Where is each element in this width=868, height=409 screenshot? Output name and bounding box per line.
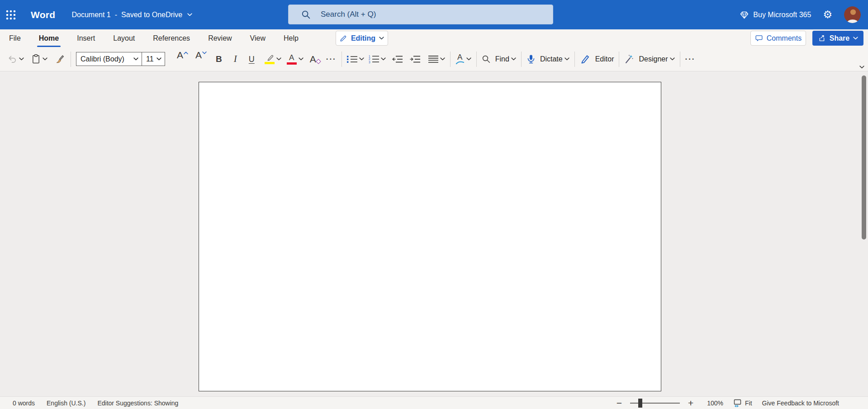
vertical-scrollbar-thumb[interactable] — [862, 75, 866, 240]
clear-formatting-button[interactable]: A — [310, 50, 316, 68]
alignment-button[interactable] — [428, 50, 445, 68]
dictate-label: Dictate — [540, 55, 563, 63]
editor-button[interactable]: Editor — [580, 50, 614, 68]
shrink-font-button[interactable]: A — [195, 50, 207, 68]
zoom-out-button[interactable]: − — [617, 398, 622, 408]
header-actions: Buy Microsoft 365 ⚙ — [740, 0, 868, 29]
highlight-color-swatch — [265, 62, 275, 64]
font-size-combobox[interactable]: 11 — [142, 52, 165, 66]
svg-text:3: 3 — [369, 61, 370, 64]
chevron-down-icon — [466, 57, 471, 61]
zoom-level[interactable]: 100% — [707, 400, 723, 407]
save-status[interactable]: Saved to OneDrive — [121, 11, 182, 19]
document-page[interactable] — [199, 82, 661, 391]
bold-letter: B — [216, 55, 222, 63]
document-title[interactable]: Document 1 — [71, 11, 110, 19]
find-button[interactable]: Find — [482, 50, 516, 68]
grow-font-letter: A — [177, 50, 183, 60]
editor-pen-icon — [580, 54, 590, 64]
caret-down-icon — [202, 52, 207, 54]
toolbar-divider — [680, 52, 680, 67]
caret-up-icon — [184, 52, 188, 54]
editor-suggestions-status[interactable]: Editor Suggestions: Showing — [97, 400, 178, 407]
tab-view[interactable]: View — [241, 29, 275, 47]
find-label: Find — [495, 55, 509, 63]
toolbar-divider — [574, 52, 575, 67]
font-name-combobox[interactable]: Calibri (Body) — [76, 52, 142, 66]
chevron-down-icon — [440, 57, 445, 61]
chevron-down-icon — [43, 57, 47, 61]
app-launcher-waffle-icon[interactable] — [0, 0, 22, 29]
format-painter-button[interactable] — [55, 50, 66, 68]
search-input[interactable] — [320, 9, 528, 19]
toolbar-divider — [619, 52, 619, 67]
decrease-indent-button[interactable] — [392, 50, 403, 68]
designer-wand-icon — [624, 54, 634, 64]
chevron-down-icon — [853, 37, 858, 40]
tab-review[interactable]: Review — [199, 29, 241, 47]
search-icon — [301, 10, 311, 19]
zoom-slider-thumb[interactable] — [638, 399, 642, 408]
give-feedback-link[interactable]: Give Feedback to Microsoft — [762, 400, 839, 407]
designer-button[interactable]: Designer — [624, 50, 674, 68]
zoom-in-button[interactable]: + — [688, 398, 693, 408]
search-box[interactable] — [288, 5, 553, 24]
tab-layout[interactable]: Layout — [104, 29, 144, 47]
tab-references[interactable]: References — [144, 29, 199, 47]
numbered-list-button[interactable]: 1 2 3 — [369, 50, 386, 68]
buy-microsoft-365-button[interactable]: Buy Microsoft 365 — [740, 10, 811, 19]
fit-page-icon — [733, 399, 742, 407]
grow-font-button[interactable]: A — [177, 50, 188, 68]
fit-to-width-button[interactable]: Fit — [733, 399, 752, 407]
fit-label: Fit — [745, 400, 752, 407]
document-canvas — [0, 71, 868, 396]
chevron-down-icon — [299, 57, 304, 61]
highlighter-pen-icon — [265, 54, 275, 61]
language-indicator[interactable]: English (U.S.) — [47, 400, 85, 407]
chevron-down-icon — [564, 57, 569, 61]
toolbar-divider — [521, 52, 522, 67]
status-bar: 0 words English (U.S.) Editor Suggestion… — [0, 396, 868, 409]
styles-letter: A — [457, 53, 462, 61]
decrease-indent-icon — [392, 55, 403, 63]
comments-button[interactable]: Comments — [750, 31, 806, 46]
font-color-letter: A — [289, 54, 294, 61]
undo-button[interactable] — [7, 50, 24, 68]
settings-gear-icon[interactable]: ⚙ — [823, 9, 832, 20]
zoom-slider[interactable] — [630, 403, 680, 404]
account-avatar[interactable] — [844, 6, 861, 23]
bold-button[interactable]: B — [216, 50, 222, 68]
ribbon-tab-row: File Home Insert Layout References Revie… — [0, 29, 868, 47]
tab-home[interactable]: Home — [30, 29, 68, 47]
comment-icon — [755, 34, 763, 42]
collapse-ribbon-chevron-icon[interactable] — [859, 66, 864, 69]
paste-clipboard-button[interactable] — [31, 50, 47, 68]
tab-help[interactable]: Help — [275, 29, 308, 47]
increase-indent-icon — [410, 55, 420, 63]
tab-insert[interactable]: Insert — [68, 29, 104, 47]
underline-button[interactable]: U — [249, 50, 255, 68]
styles-button[interactable]: A — [455, 50, 471, 68]
ribbon-overflow-button[interactable]: ··· — [685, 50, 696, 68]
font-color-button[interactable]: A — [287, 50, 304, 68]
chevron-down-icon — [19, 57, 24, 61]
highlight-color-button[interactable] — [265, 50, 281, 68]
app-header: Word Document 1 - Saved to OneDrive Buy … — [0, 0, 868, 29]
editing-mode-dropdown[interactable]: Editing — [336, 31, 388, 46]
designer-label: Designer — [639, 55, 668, 63]
document-title-group[interactable]: Document 1 - Saved to OneDrive — [71, 11, 192, 19]
shrink-font-letter: A — [195, 50, 202, 60]
increase-indent-button[interactable] — [410, 50, 420, 68]
word-count[interactable]: 0 words — [13, 400, 35, 407]
app-title: Word — [31, 9, 55, 20]
chevron-down-icon — [276, 57, 281, 61]
dictate-button[interactable]: Dictate — [526, 50, 569, 68]
pencil-icon — [340, 34, 347, 42]
chevron-down-icon — [359, 57, 364, 61]
tab-file[interactable]: File — [9, 29, 30, 47]
share-button[interactable]: Share — [812, 31, 863, 46]
italic-button[interactable]: I — [234, 50, 237, 68]
more-font-options-button[interactable]: ··· — [326, 50, 337, 68]
toolbar-divider — [342, 52, 342, 67]
bullet-list-button[interactable] — [347, 50, 364, 68]
